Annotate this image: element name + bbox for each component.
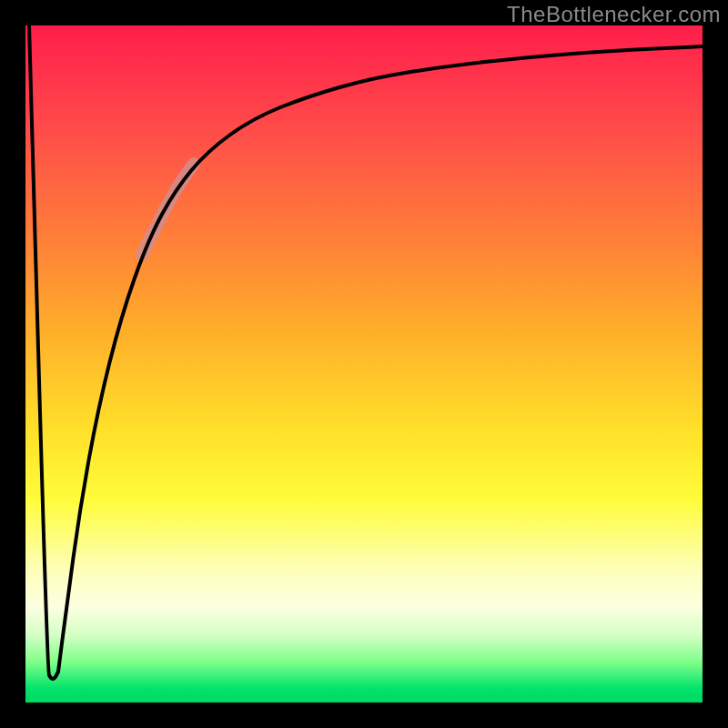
credit-text: TheBottlenecker.com xyxy=(507,2,721,27)
left-drop-path xyxy=(29,25,58,679)
chart-container: TheBottlenecker.com xyxy=(0,0,728,728)
curve-svg xyxy=(25,25,703,703)
plot-area xyxy=(25,25,703,703)
rise-curve-path xyxy=(58,46,703,672)
